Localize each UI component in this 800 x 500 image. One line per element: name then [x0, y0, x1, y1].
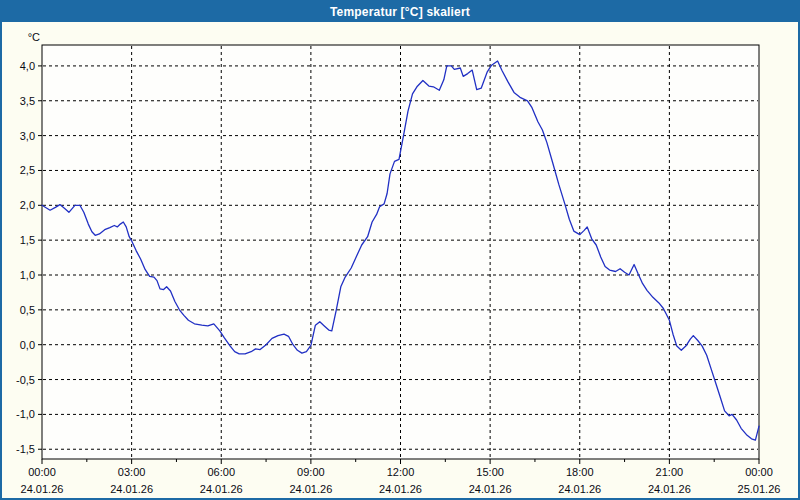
x-tick-date-label: 24.01.26 [200, 483, 243, 495]
x-tick-time-label: 15:00 [476, 466, 504, 478]
temperature-chart: °C4,03,53,02,52,01,51,00,50,0-0,5-1,0-1,… [2, 2, 800, 500]
x-tick-date-label: 25.01.26 [738, 483, 781, 495]
x-tick-time-label: 18:00 [566, 466, 594, 478]
x-tick-time-label: 09:00 [297, 466, 325, 478]
x-tick-time-label: 00:00 [745, 466, 773, 478]
y-tick-label: 3,0 [20, 130, 35, 142]
y-tick-label: -1,0 [16, 408, 35, 420]
x-tick-date-label: 24.01.26 [648, 483, 691, 495]
x-tick-time-label: 12:00 [387, 466, 415, 478]
x-tick-date-label: 24.01.26 [469, 483, 512, 495]
x-tick-time-label: 06:00 [207, 466, 235, 478]
y-tick-label: 4,0 [20, 60, 35, 72]
y-axis-unit-label: °C [28, 31, 40, 43]
x-tick-date-label: 24.01.26 [21, 483, 64, 495]
x-tick-time-label: 21:00 [656, 466, 684, 478]
y-tick-label: 0,0 [20, 339, 35, 351]
x-tick-date-label: 24.01.26 [379, 483, 422, 495]
x-tick-date-label: 24.01.26 [558, 483, 601, 495]
x-tick-time-label: 00:00 [28, 466, 56, 478]
y-tick-label: 2,5 [20, 164, 35, 176]
y-tick-label: -1,5 [16, 443, 35, 455]
y-tick-label: 3,5 [20, 95, 35, 107]
x-tick-time-label: 03:00 [118, 466, 146, 478]
y-tick-label: 1,5 [20, 234, 35, 246]
y-tick-label: 2,0 [20, 199, 35, 211]
x-tick-date-label: 24.01.26 [289, 483, 332, 495]
y-tick-label: -0,5 [16, 374, 35, 386]
y-tick-label: 1,0 [20, 269, 35, 281]
y-tick-label: 0,5 [20, 304, 35, 316]
x-tick-date-label: 24.01.26 [110, 483, 153, 495]
chart-window: Temperatur [°C] skaliert °C4,03,53,02,52… [0, 0, 800, 500]
